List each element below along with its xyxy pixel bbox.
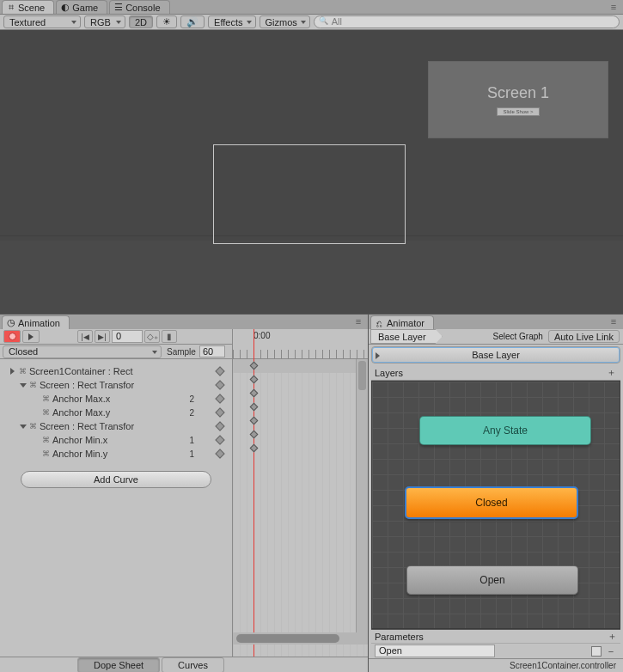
- keyframe-icon: [215, 380, 224, 389]
- game-icon: ◐: [60, 3, 70, 12]
- keyframe-icon: [215, 394, 224, 403]
- tab-animation[interactable]: ◷ Animation: [2, 315, 70, 329]
- clip-dropdown[interactable]: Closed: [3, 345, 162, 358]
- property-icon: ⌘: [41, 408, 50, 417]
- state-closed[interactable]: Closed: [405, 486, 578, 519]
- play-button[interactable]: [22, 330, 40, 343]
- scene-search-input[interactable]: All: [314, 15, 620, 28]
- prop-anchor-max-x[interactable]: ⌘ Anchor Max.x 2: [3, 392, 229, 406]
- animator-toolbar: Base Layer Select Graph Auto Live Link: [369, 329, 623, 345]
- keyframe-icon: [215, 435, 224, 444]
- tab-game-label: Game: [72, 3, 98, 13]
- status-text: Screen1Container.controller: [510, 661, 616, 670]
- property-icon: ⌘: [41, 449, 50, 458]
- effects-dropdown[interactable]: Effects: [208, 15, 255, 28]
- clock-icon: ◷: [6, 318, 15, 327]
- prop-anchor-min-x[interactable]: ⌘ Anchor Min.x 1: [3, 433, 229, 447]
- keyframe-icon: [215, 407, 224, 417]
- gizmos-dropdown[interactable]: Gizmos: [260, 15, 310, 28]
- tab-game[interactable]: ◐ Game: [56, 0, 107, 14]
- select-graph-link[interactable]: Select Graph: [488, 332, 548, 341]
- add-key-button[interactable]: ◇₊: [144, 330, 160, 343]
- prop-screen1container[interactable]: ⌘ Screen1Container : Rect: [3, 364, 229, 378]
- animation-toolbar: |◀ ▶| 0 ◇₊ ▮: [0, 329, 232, 345]
- parameter-row: Open −: [371, 643, 620, 658]
- scene-selection-rect: [213, 144, 406, 244]
- transform-icon: ⌘: [18, 367, 27, 376]
- state-open[interactable]: Open: [406, 565, 578, 595]
- transform-icon: ⌘: [28, 422, 37, 431]
- base-layer-button[interactable]: Base Layer: [371, 346, 620, 363]
- keyframe-icon: [215, 421, 224, 431]
- 2d-toggle[interactable]: 2D: [129, 15, 153, 28]
- parameter-name-field[interactable]: Open: [375, 645, 495, 657]
- console-icon: ☰: [113, 3, 123, 12]
- audio-toggle[interactable]: 🔊: [180, 15, 205, 28]
- scene-viewport[interactable]: Screen 1 Slide Show >: [0, 30, 623, 314]
- ruler-time-label: 0:00: [253, 331, 270, 340]
- animator-tab-bar: ⎌ Animator ≡: [369, 315, 623, 329]
- add-layer-button[interactable]: ＋: [605, 366, 617, 379]
- prop-anchor-min-y[interactable]: ⌘ Anchor Min.y 1: [3, 447, 229, 461]
- dopesheet-tab[interactable]: Dope Sheet: [77, 657, 160, 672]
- fold-icon[interactable]: [19, 382, 27, 389]
- state-machine-graph[interactable]: Any State Closed Open: [371, 381, 620, 629]
- animator-icon: ⎌: [375, 318, 384, 327]
- parameter-bool-checkbox[interactable]: [591, 646, 602, 657]
- screen1-title: Screen 1: [487, 84, 549, 102]
- parameters-header: Parameters ＋: [371, 629, 620, 643]
- scene-icon: ⌗: [6, 3, 15, 12]
- tab-scene-label: Scene: [18, 3, 45, 13]
- prev-key-button[interactable]: |◀: [77, 330, 93, 343]
- fold-icon[interactable]: [9, 368, 16, 376]
- add-event-button[interactable]: ▮: [162, 330, 177, 343]
- property-tree: ⌘ Screen1Container : Rect ⌘ Screen : Rec…: [0, 359, 232, 657]
- sample-label: Sample: [167, 347, 196, 357]
- render-mode-dropdown[interactable]: Textured: [3, 15, 81, 28]
- speaker-icon: 🔊: [186, 16, 199, 27]
- tab-console[interactable]: ☰ Console: [109, 0, 169, 14]
- add-curve-button[interactable]: Add Curve: [21, 471, 211, 488]
- property-icon: ⌘: [41, 436, 50, 444]
- tab-animator[interactable]: ⎌ Animator: [370, 315, 434, 329]
- keyframe-icon: [215, 449, 224, 458]
- tab-console-label: Console: [125, 3, 160, 13]
- sun-icon: ☀: [162, 16, 171, 27]
- scene-screen1-panel: Screen 1 Slide Show >: [428, 61, 608, 138]
- animator-options-icon[interactable]: ≡: [608, 315, 620, 327]
- fold-icon[interactable]: [19, 423, 27, 431]
- scrollbar-horizontal[interactable]: [233, 632, 368, 645]
- screen1-button: Slide Show >: [497, 107, 539, 116]
- animation-tab-bar: ◷ Animation ≡: [0, 315, 368, 329]
- panel-options-icon[interactable]: ≡: [608, 1, 620, 13]
- auto-live-link-toggle[interactable]: Auto Live Link: [548, 330, 620, 343]
- status-bar: Screen1Container.controller: [369, 658, 623, 672]
- dopesheet-timeline[interactable]: [232, 359, 368, 657]
- state-any[interactable]: Any State: [419, 416, 591, 445]
- breadcrumb[interactable]: Base Layer: [370, 329, 443, 344]
- layers-label: Layers: [375, 368, 403, 378]
- top-tab-bar: ⌗ Scene ◐ Game ☰ Console ≡: [0, 0, 623, 15]
- animation-panel: ◷ Animation ≡ |◀ ▶| 0 ◇₊ ▮: [0, 315, 369, 672]
- sample-field[interactable]: 60: [199, 345, 225, 357]
- prop-anchor-max-y[interactable]: ⌘ Anchor Max.y 2: [3, 406, 229, 419]
- channel-dropdown[interactable]: RGB: [84, 15, 125, 28]
- keyframe-icon: [215, 366, 224, 376]
- record-button[interactable]: [3, 330, 21, 343]
- tab-scene[interactable]: ⌗ Scene: [2, 0, 54, 14]
- scene-toolbar: Textured RGB 2D ☀ 🔊 Effects Gizmos All: [0, 15, 623, 30]
- lighting-toggle[interactable]: ☀: [156, 15, 177, 28]
- animation-options-icon[interactable]: ≡: [352, 315, 364, 327]
- parameters-label: Parameters: [375, 632, 424, 642]
- add-parameter-button[interactable]: ＋: [608, 630, 617, 643]
- frame-field[interactable]: 0: [112, 330, 143, 343]
- scrollbar-vertical[interactable]: [356, 359, 368, 632]
- prop-screen-min[interactable]: ⌘ Screen : Rect Transfor: [3, 419, 229, 433]
- remove-parameter-button[interactable]: −: [605, 646, 617, 657]
- prop-screen-max[interactable]: ⌘ Screen : Rect Transfor: [3, 378, 229, 392]
- transform-icon: ⌘: [28, 381, 37, 389]
- layers-header: Layers ＋: [371, 365, 620, 381]
- next-key-button[interactable]: ▶|: [95, 330, 110, 343]
- curves-tab[interactable]: Curves: [162, 657, 224, 672]
- animator-panel: ⎌ Animator ≡ Base Layer Select Graph Aut…: [369, 315, 623, 672]
